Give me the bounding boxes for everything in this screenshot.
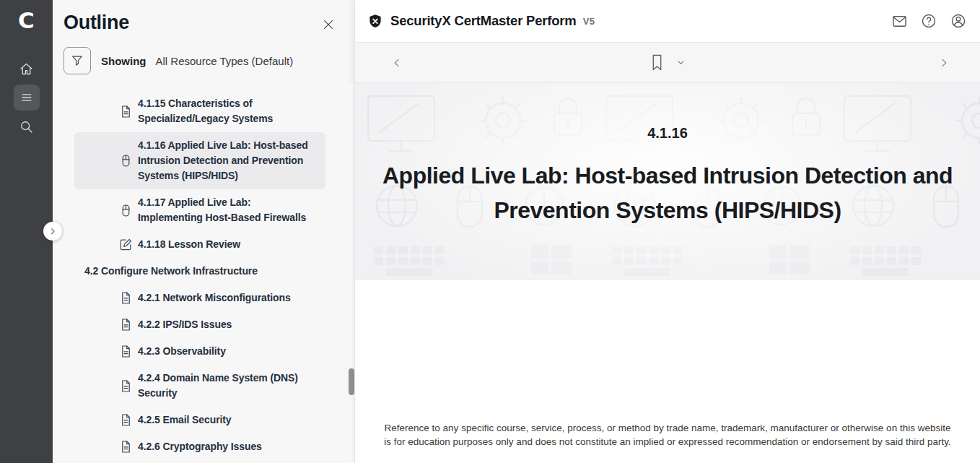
- app-root: C Outline: [0, 0, 980, 463]
- filter-icon: [70, 53, 84, 68]
- document-icon: [119, 318, 133, 332]
- disclaimer-text: Reference to any specific course, servic…: [382, 422, 953, 449]
- outline-item-label: 4.1.15 Characteristics of Specialized/Le…: [138, 96, 318, 126]
- sidebar-nav: [14, 56, 40, 142]
- mail-icon: [891, 13, 908, 30]
- lesson-title: Applied Live Lab: Host-based Intrusion D…: [357, 158, 978, 228]
- home-icon: [19, 61, 34, 77]
- outline-scrollbar-track: [349, 84, 354, 463]
- outline-item[interactable]: 4.2.5 Email Security: [74, 407, 325, 433]
- outline-item[interactable]: 4.2.4 Domain Name System (DNS) Security: [74, 365, 325, 407]
- lesson-number: 4.1.16: [355, 83, 980, 142]
- outline-title: Outline: [64, 12, 129, 34]
- outline-item-label: 4.2.6 Cryptography Issues: [138, 439, 262, 454]
- main-content: SecurityX CertMaster Perform V5: [354, 0, 980, 463]
- lesson-hero: 4.1.16 Applied Live Lab: Host-based Intr…: [355, 83, 980, 280]
- bookmark-group: [650, 54, 686, 71]
- filter-row: Showing All Resource Types (Default): [64, 47, 354, 74]
- previous-page-button[interactable]: [382, 43, 411, 83]
- close-icon: [321, 17, 336, 32]
- sidebar-item-search[interactable]: [14, 113, 40, 139]
- outline-item-label: 4.2.1 Network Misconfigurations: [138, 290, 291, 306]
- outline-panel: Outline Showing All Resource Types (Defa…: [53, 0, 354, 463]
- filter-showing-label: Showing: [101, 55, 146, 67]
- outline-item-label: 4.1.16 Applied Live Lab: Host-based Intr…: [138, 138, 318, 183]
- outline-item-label: 4.2.4 Domain Name System (DNS) Security: [138, 371, 318, 401]
- collapse-panel-button[interactable]: [43, 222, 62, 241]
- close-outline-button[interactable]: [320, 16, 337, 33]
- search-icon: [19, 119, 34, 134]
- chevron-left-icon: [391, 57, 403, 69]
- outline-item[interactable]: 4.1.18 Lesson Review: [74, 231, 325, 258]
- bookmark-button[interactable]: [650, 54, 664, 71]
- shield-icon: [367, 13, 383, 30]
- mouse-icon: [119, 204, 133, 217]
- outline-item-label: 4.2.2 IPS/IDS Issues: [138, 317, 232, 332]
- bookmark-icon: [650, 54, 664, 71]
- messages-button[interactable]: [891, 12, 908, 30]
- outline-item[interactable]: 4.2.6 Cryptography Issues: [74, 433, 325, 460]
- edit-icon: [119, 238, 133, 251]
- help-icon: [921, 13, 937, 29]
- outline-item-label: 4.1.18 Lesson Review: [138, 237, 240, 252]
- lesson-body: Reference to any specific course, servic…: [355, 280, 980, 463]
- bookmark-menu-button[interactable]: [676, 58, 686, 67]
- outline-item-label: 4.2 Configure Network Infrastructure: [84, 264, 258, 279]
- document-icon: [119, 105, 133, 118]
- lesson-nav-bar: [355, 43, 980, 83]
- document-icon: [119, 440, 133, 454]
- help-button[interactable]: [920, 12, 937, 30]
- sidebar-item-home[interactable]: [14, 56, 40, 82]
- mouse-icon: [119, 154, 133, 168]
- document-icon: [119, 413, 133, 427]
- outline-item-label: 4.2.3 Observability: [138, 344, 226, 359]
- outline-list: 4.1.15 Characteristics of Specialized/Le…: [53, 90, 354, 460]
- chevron-right-icon: [48, 227, 57, 235]
- sidebar-item-outline[interactable]: [14, 85, 40, 111]
- document-icon: [119, 291, 133, 305]
- next-page-button[interactable]: [929, 43, 958, 83]
- document-icon: [119, 345, 133, 358]
- outline-item[interactable]: 4.2.3 Observability: [74, 338, 325, 365]
- outline-scrollbar-thumb[interactable]: [349, 368, 354, 395]
- filter-button[interactable]: [64, 47, 91, 74]
- app-title: SecurityX CertMaster Perform: [390, 13, 577, 29]
- outline-item[interactable]: 4.1.16 Applied Live Lab: Host-based Intr…: [74, 132, 325, 189]
- outline-header: Outline: [53, 0, 354, 34]
- outline-item[interactable]: 4.2.2 IPS/IDS Issues: [74, 311, 325, 338]
- account-icon: [950, 13, 966, 29]
- comptia-logo[interactable]: C: [18, 7, 35, 34]
- outline-item[interactable]: 4.2 Configure Network Infrastructure: [84, 258, 344, 285]
- outline-item[interactable]: 4.2.1 Network Misconfigurations: [74, 285, 325, 311]
- outline-item[interactable]: 4.1.17 Applied Live Lab: Implementing Ho…: [74, 189, 325, 231]
- filter-value: All Resource Types (Default): [156, 55, 294, 67]
- outline-item-label: 4.2.5 Email Security: [138, 412, 232, 428]
- header-actions: [878, 12, 967, 30]
- outline-item[interactable]: 4.1.15 Characteristics of Specialized/Le…: [74, 90, 325, 132]
- app-header: SecurityX CertMaster Perform V5: [355, 0, 980, 43]
- chevron-right-icon: [938, 57, 950, 69]
- account-button[interactable]: [950, 12, 967, 30]
- brand: SecurityX CertMaster Perform V5: [367, 13, 595, 30]
- outline-item-label: 4.1.17 Applied Live Lab: Implementing Ho…: [138, 195, 318, 225]
- chevron-down-icon: [676, 58, 686, 67]
- menu-icon: [19, 90, 34, 105]
- document-icon: [119, 379, 133, 393]
- version-badge: V5: [583, 16, 595, 27]
